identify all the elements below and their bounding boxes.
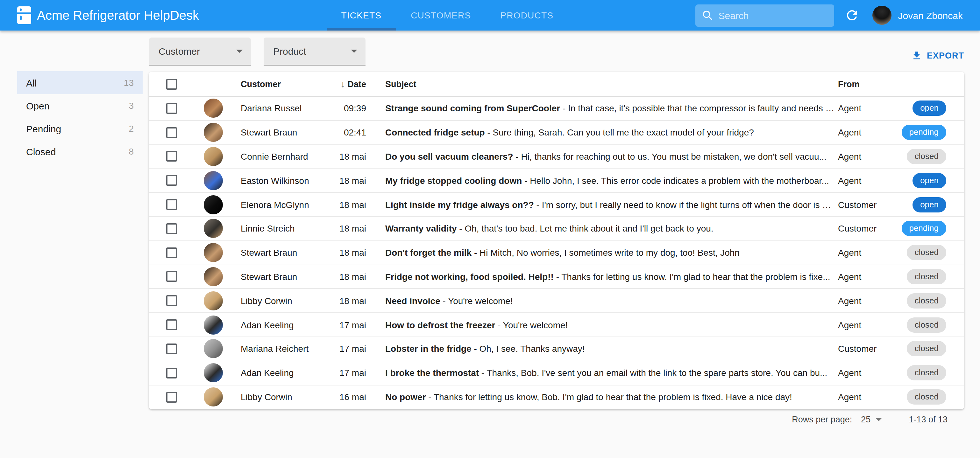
user-name[interactable]: Jovan Zboncak <box>898 10 963 21</box>
customer-name: Libby Corwin <box>224 296 327 306</box>
ticket-row[interactable]: Connie Bernhard 18 mai Do you sell vacuu… <box>149 145 964 169</box>
sidebar-item-count: 13 <box>124 78 134 88</box>
app-title: Acme Refrigerator HelpDesk <box>37 8 199 22</box>
sidebar-item-open[interactable]: Open 3 <box>17 94 143 117</box>
customer-filter-select[interactable]: Customer <box>149 38 251 65</box>
sidebar-item-all[interactable]: All 13 <box>17 71 143 94</box>
ticket-from: Agent <box>838 103 889 114</box>
user-avatar[interactable] <box>873 6 892 25</box>
customer-name: Easton Wilkinson <box>224 176 327 186</box>
tab-customers[interactable]: CUSTOMERS <box>396 0 485 30</box>
ticket-from: Agent <box>838 127 889 138</box>
customer-name: Stewart Braun <box>224 272 327 282</box>
search-box[interactable] <box>696 4 835 26</box>
ticket-row[interactable]: Stewart Braun 02:41 Connected fridge set… <box>149 121 964 145</box>
ticket-subject-cell: Warranty validity - Oh, that's too bad. … <box>366 223 838 234</box>
customer-name: Linnie Streich <box>224 223 327 234</box>
refresh-icon[interactable] <box>845 8 860 23</box>
customer-avatar <box>204 388 223 407</box>
ticket-subject: I broke the thermostat <box>385 368 479 378</box>
row-checkbox[interactable] <box>166 127 177 138</box>
ticket-preview: - You're welcome! <box>495 320 568 330</box>
tab-products[interactable]: PRODUCTS <box>485 0 568 30</box>
ticket-date: 16 mai <box>327 392 366 403</box>
ticket-row[interactable]: Adan Keeling 17 mai How to defrost the f… <box>149 313 964 337</box>
ticket-subject: My fridge stopped cooling down <box>385 176 522 186</box>
ticket-date: 18 mai <box>327 272 366 282</box>
row-checkbox[interactable] <box>166 295 177 306</box>
chevron-down-icon <box>351 50 357 53</box>
sidebar-item-pending[interactable]: Pending 2 <box>17 117 143 140</box>
rows-per-page-select[interactable]: 25 <box>861 415 882 425</box>
app-root: Acme Refrigerator HelpDesk TICKETS CUSTO… <box>0 0 980 458</box>
ticket-row[interactable]: Dariana Russel 09:39 Strange sound comin… <box>149 97 964 121</box>
table-header-row: Customer ↓Date Subject From <box>149 72 964 97</box>
ticket-date: 17 mai <box>327 368 366 378</box>
row-checkbox[interactable] <box>166 319 177 330</box>
ticket-row[interactable]: Linnie Streich 18 mai Warranty validity … <box>149 217 964 241</box>
sidebar-item-closed[interactable]: Closed 8 <box>17 140 143 163</box>
ticket-from: Agent <box>838 368 889 378</box>
tab-tickets[interactable]: TICKETS <box>327 0 396 30</box>
ticket-subject-cell: How to defrost the freezer - You're welc… <box>366 320 838 330</box>
product-filter-select[interactable]: Product <box>264 38 366 65</box>
ticket-subject-cell: Do you sell vacuum cleaners? - Hi, thank… <box>366 151 838 162</box>
column-header-customer[interactable]: Customer <box>224 79 327 89</box>
customer-avatar <box>204 292 223 311</box>
ticket-subject: Fridge not working, food spoiled. Help!! <box>385 272 554 282</box>
ticket-subject-cell: My fridge stopped cooling down - Hello J… <box>366 176 838 186</box>
ticket-row[interactable]: Libby Corwin 18 mai Need invoice - You'r… <box>149 289 964 313</box>
ticket-row[interactable]: Libby Corwin 16 mai No power - Thanks fo… <box>149 385 964 409</box>
rows-per-page-label: Rows per page: <box>792 415 852 425</box>
sidebar-item-label: Open <box>26 100 129 111</box>
customer-name: Connie Bernhard <box>224 151 327 162</box>
status-badge: closed <box>907 149 946 164</box>
customer-name: Elenora McGlynn <box>224 200 327 209</box>
ticket-date: 18 mai <box>327 247 366 258</box>
row-checkbox[interactable] <box>166 392 177 403</box>
ticket-date: 18 mai <box>327 176 366 186</box>
sidebar: All 13 Open 3 Pending 2 Closed 8 <box>0 30 149 163</box>
ticket-from: Customer <box>838 223 889 234</box>
customer-name: Dariana Russel <box>224 103 327 114</box>
ticket-subject-cell: Light inside my fridge always on?? - I'm… <box>366 200 838 209</box>
ticket-subject-cell: Fridge not working, food spoiled. Help!!… <box>366 272 838 282</box>
row-checkbox[interactable] <box>166 151 177 162</box>
select-all-checkbox[interactable] <box>166 79 177 89</box>
ticket-row[interactable]: Stewart Braun 18 mai Don't forget the mi… <box>149 241 964 265</box>
sidebar-item-count: 2 <box>129 124 134 133</box>
ticket-preview: - I'm sorry, but I really need to know i… <box>534 200 831 209</box>
tickets-table-card: Customer ↓Date Subject From Dariana Russ… <box>149 72 964 409</box>
status-badge: closed <box>907 341 946 357</box>
ticket-from: Agent <box>838 392 889 403</box>
customer-name: Stewart Braun <box>224 127 327 138</box>
customer-avatar <box>204 363 223 382</box>
customer-avatar <box>204 243 223 262</box>
row-checkbox[interactable] <box>166 271 177 282</box>
ticket-row[interactable]: Stewart Braun 18 mai Fridge not working,… <box>149 265 964 289</box>
ticket-subject: Strange sound coming from SuperCooler <box>385 103 560 114</box>
row-checkbox[interactable] <box>166 223 177 234</box>
row-checkbox[interactable] <box>166 175 177 186</box>
chevron-down-icon <box>875 418 882 422</box>
status-badge: closed <box>907 317 946 332</box>
row-checkbox[interactable] <box>166 199 177 210</box>
row-checkbox[interactable] <box>166 247 177 258</box>
ticket-row[interactable]: Mariana Reichert 17 mai Lobster in the f… <box>149 337 964 361</box>
ticket-subject: Do you sell vacuum cleaners? <box>385 151 513 162</box>
column-header-from[interactable]: From <box>838 79 889 89</box>
chevron-down-icon <box>236 50 243 53</box>
column-header-subject[interactable]: Subject <box>366 79 838 89</box>
ticket-row[interactable]: Adan Keeling 17 mai I broke the thermost… <box>149 361 964 385</box>
row-checkbox[interactable] <box>166 368 177 378</box>
ticket-from: Agent <box>838 272 889 282</box>
ticket-row[interactable]: Easton Wilkinson 18 mai My fridge stoppe… <box>149 169 964 193</box>
ticket-date: 17 mai <box>327 344 366 354</box>
row-checkbox[interactable] <box>166 103 177 114</box>
ticket-from: Agent <box>838 320 889 330</box>
ticket-row[interactable]: Elenora McGlynn 18 mai Light inside my f… <box>149 193 964 217</box>
search-input[interactable] <box>719 10 828 21</box>
export-button[interactable]: EXPORT <box>912 50 964 65</box>
column-header-date[interactable]: ↓Date <box>327 79 366 89</box>
row-checkbox[interactable] <box>166 344 177 354</box>
